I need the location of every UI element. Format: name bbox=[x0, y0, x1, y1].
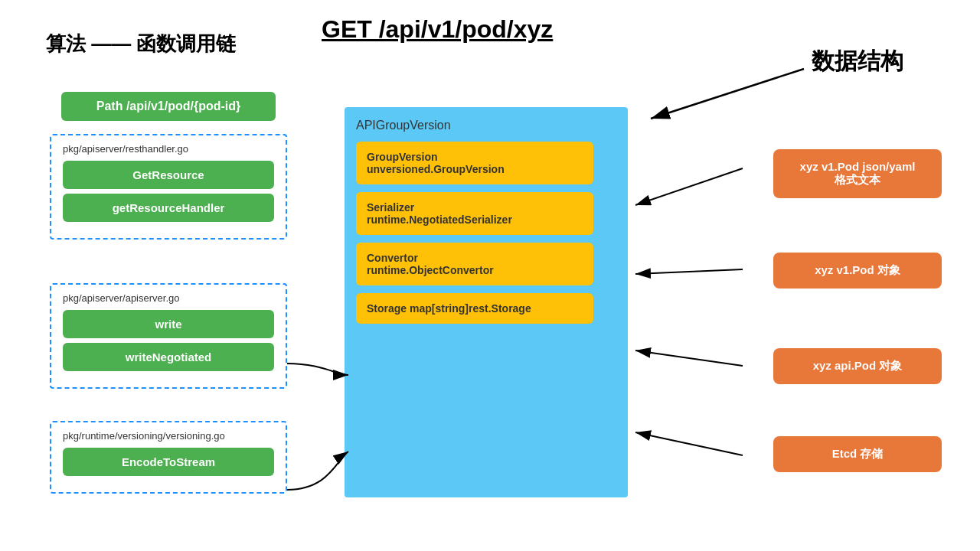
resthandler-label: pkg/apiserver/resthandler.go bbox=[63, 143, 274, 155]
versioning-label: pkg/runtime/versioning/versioning.go bbox=[63, 430, 274, 442]
get-resource-btn: GetResource bbox=[63, 161, 274, 189]
versioning-box: pkg/runtime/versioning/versioning.go Enc… bbox=[50, 421, 287, 494]
api-group-version-box: APIGroupVersion GroupVersion unversioned… bbox=[345, 107, 628, 497]
resthandler-box: pkg/apiserver/resthandler.go GetResource… bbox=[50, 134, 287, 240]
left-section-title: 算法 —— 函数调用链 bbox=[46, 31, 236, 57]
right-section-title: 数据结构 bbox=[812, 46, 903, 77]
get-resource-handler-btn: getResourceHandler bbox=[63, 194, 274, 222]
api-group-version-label: APIGroupVersion bbox=[356, 119, 616, 132]
serializer-item: Serializer runtime.NegotiatedSerializer bbox=[356, 192, 593, 235]
data-item-3: xyz api.Pod 对象 bbox=[773, 348, 942, 384]
encode-to-stream-btn: EncodeToStream bbox=[63, 448, 274, 476]
apiserver-box: pkg/apiserver/apiserver.go write writeNe… bbox=[50, 283, 287, 389]
write-negotiated-btn: writeNegotiated bbox=[63, 343, 274, 371]
write-btn: write bbox=[63, 310, 274, 338]
storage-item: Storage map[string]rest.Storage bbox=[356, 293, 593, 324]
data-item-2: xyz v1.Pod 对象 bbox=[773, 253, 942, 289]
data-item-4: Etcd 存储 bbox=[773, 436, 942, 472]
data-item-1: xyz v1.Pod json/yaml 格式文本 bbox=[773, 149, 942, 198]
convertor-item: Convertor runtime.ObjectConvertor bbox=[356, 243, 593, 285]
page-title: GET /api/v1/pod/xyz bbox=[322, 15, 553, 44]
path-box: Path /api/v1/pod/{pod-id} bbox=[61, 92, 276, 121]
group-version-item: GroupVersion unversioned.GroupVersion bbox=[356, 142, 593, 184]
apiserver-label: pkg/apiserver/apiserver.go bbox=[63, 292, 274, 304]
